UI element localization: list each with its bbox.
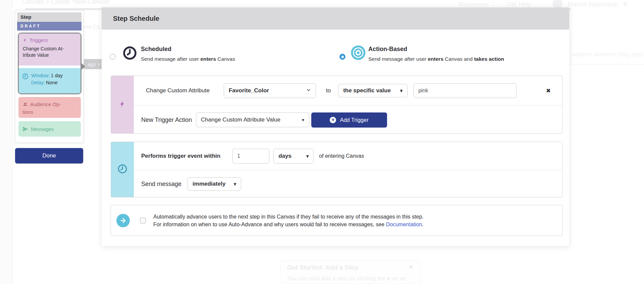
right-panel-divider (571, 34, 571, 64)
triangle-down-icon: ▾ (400, 88, 402, 93)
plus-circle-icon: + (330, 117, 336, 123)
modal-header: Step Schedule (102, 7, 569, 30)
performs-within-label: Performs trigger event within (141, 153, 220, 159)
trigger-action-dropdown[interactable]: Change Custom Attribute Value ▾ (196, 112, 309, 127)
clock-icon (122, 46, 137, 62)
scheduled-description: Send message after user enters Canvas (141, 56, 235, 62)
page-left-gutter (0, 0, 13, 284)
nav-user-name[interactable]: Marion Nammack (568, 1, 618, 8)
messages-label: Messages (31, 126, 54, 132)
chevron-down-icon: ⌄ (492, 2, 495, 7)
bullseye-icon (351, 45, 366, 62)
arrow-right-circle-icon (116, 214, 130, 227)
tooltip-body: You can also add a step by clicking the … (287, 275, 406, 282)
attribute-dropdown[interactable]: Favorite_Color (224, 83, 316, 98)
get-started-tooltip: Get Started: Add a Step ✖ You can also a… (280, 260, 421, 284)
step-pointer-arrow (80, 62, 85, 70)
chevron-down-icon[interactable]: ⌄ (633, 1, 637, 6)
triggers-value: Change Custom At- tribute Value (23, 46, 76, 58)
action-based-title: Action-Based (368, 46, 407, 53)
schedule-row-send: Send message immediately ▾ (134, 170, 562, 198)
to-label: to (326, 87, 331, 94)
trigger-panel: Change Custom Attribute Favorite_Color t… (111, 76, 562, 134)
triangle-down-icon: ▾ (302, 117, 304, 123)
tooltip-title: Get Started: Add a Step (287, 264, 359, 271)
draft-status-badge: DRAFT (17, 22, 82, 31)
change-attribute-label: Change Custom Attribute (146, 87, 210, 94)
right-panel-text: ariation duration (Any app) (572, 51, 643, 58)
sidebar-item-messages[interactable]: Messages (18, 121, 81, 137)
chevron-down-icon: ▾ (98, 62, 100, 66)
trigger-row-condition: Change Custom Attribute Favorite_Color t… (134, 76, 562, 105)
sidebar-item-audience-options[interactable]: Audience Op- tions (18, 97, 81, 118)
right-panel-divider (571, 64, 644, 64)
auto-advance-line1: Automatically advance users to the next … (153, 213, 424, 221)
nav-resources[interactable]: Resources⌄ (459, 1, 495, 8)
scheduled-radio[interactable] (110, 54, 116, 60)
schedule-stripe (111, 142, 134, 197)
triangle-down-icon: ▾ (306, 153, 309, 159)
canvas-name-partial: ew Ca (84, 23, 100, 30)
audience-options-label: Audience Op- tions (22, 101, 61, 115)
auto-advance-text: Automatically advance users to the next … (153, 213, 424, 228)
option-scheduled[interactable]: Scheduled Send message after user enters… (102, 41, 323, 71)
window-unit-dropdown[interactable]: days ▾ (273, 149, 314, 163)
trigger-stripe (111, 76, 134, 133)
remove-trigger-icon[interactable]: ✖ (546, 87, 551, 94)
scheduled-title: Scheduled (141, 46, 171, 53)
crown-icon: ♛ (623, 0, 628, 8)
modal-title: Step Schedule (113, 7, 159, 30)
triangle-down-icon: ▾ (234, 181, 236, 187)
option-action-based[interactable]: Action-Based Send message after user ent… (336, 41, 558, 71)
paper-plane-icon (22, 126, 28, 132)
window-value: 1 day (51, 73, 63, 78)
action-based-description: Send message after user enters Canvas an… (368, 56, 504, 62)
attribute-value-input[interactable] (414, 83, 517, 98)
people-icon (22, 102, 28, 107)
window-label: Window: (31, 73, 50, 78)
clock-icon (22, 73, 29, 89)
clock-icon (117, 164, 127, 175)
add-trigger-button[interactable]: + Add Trigger (311, 112, 387, 128)
selected-step-group: Triggers Change Custom At- tribute Value… (18, 33, 82, 94)
action-based-radio[interactable] (339, 54, 345, 60)
close-icon[interactable]: ✖ (409, 264, 413, 270)
schedule-panel: Performs trigger event within days ▾ of … (111, 142, 562, 197)
delay-value: None (46, 80, 58, 85)
send-timing-dropdown[interactable]: immediately ▾ (187, 177, 241, 191)
auto-advance-panel: Automatically advance users to the next … (111, 205, 562, 236)
comparator-dropdown[interactable]: the specific value ▾ (338, 84, 408, 97)
sidebar-item-window[interactable]: Window:1 day Delay:None (19, 68, 80, 93)
schedule-row-window: Performs trigger event within days ▾ of … (134, 142, 562, 170)
done-button[interactable]: Done (15, 148, 83, 163)
window-number-input[interactable] (232, 149, 269, 163)
sidebar-item-triggers[interactable]: Triggers Change Custom At- tribute Value (19, 34, 80, 65)
auto-advance-line2: For information on when to use Auto-Adva… (153, 221, 424, 228)
chevron-down-icon: ⌄ (534, 2, 538, 7)
send-message-label: Send message (141, 181, 181, 188)
lightning-icon (23, 38, 27, 43)
auto-advance-checkbox[interactable] (140, 218, 146, 224)
lightning-icon (119, 99, 126, 110)
nav-get-help[interactable]: Get Help⌄ (506, 1, 538, 8)
breadcrumb[interactable]: Canvas > Create 'New Canvas' (22, 0, 110, 5)
step-sidebar-panel: Step DRAFT Triggers Change Custom At- tr… (15, 10, 84, 143)
of-entering-canvas-label: of entering Canvas (319, 153, 364, 159)
new-trigger-action-label: New Trigger Action (141, 116, 192, 124)
triggers-label: Triggers (30, 37, 48, 43)
step-panel-title: Step (17, 12, 82, 22)
step-schedule-modal: Step Schedule Scheduled Send message aft… (102, 7, 569, 246)
trigger-row-new-action: New Trigger Action Change Custom Attribu… (134, 105, 562, 134)
delay-label: Delay: (31, 80, 45, 85)
documentation-link[interactable]: Documentation (386, 222, 422, 227)
chevron-down-icon (306, 87, 311, 94)
